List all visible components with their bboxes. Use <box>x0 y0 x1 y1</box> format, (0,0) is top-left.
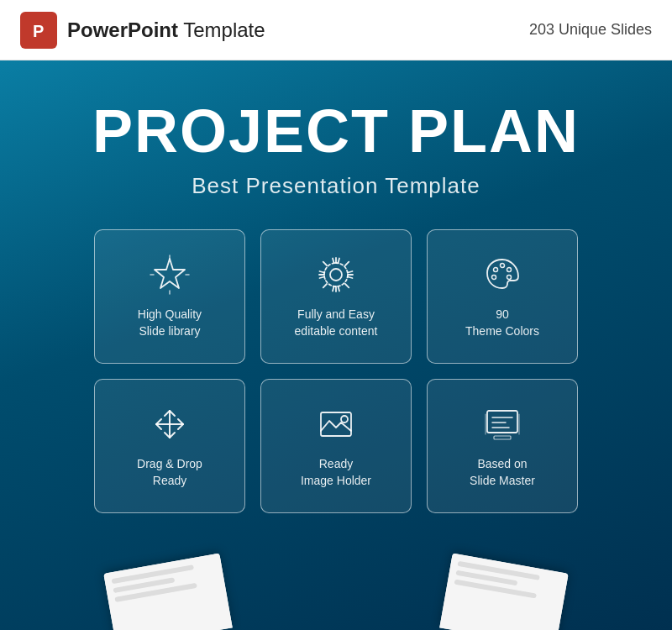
card-drag-drop-label: Drag & DropReady <box>137 456 202 489</box>
palette-icon <box>480 253 524 297</box>
card-editable-content: Fully and Easyeditable content <box>260 229 412 364</box>
features-grid: High QualitySlide library Fully and Easy… <box>0 229 672 513</box>
card-high-quality-slide: High QualitySlide library <box>94 229 245 364</box>
app-title: PowerPoint Template <box>67 18 265 42</box>
card-slide-master: Based onSlide Master <box>427 379 578 513</box>
svg-point-12 <box>492 276 496 280</box>
card-high-quality-label: High QualitySlide library <box>138 307 202 339</box>
hero-title: PROJECT PLAN <box>0 101 672 161</box>
slides-icon <box>480 402 524 446</box>
svg-point-10 <box>507 268 512 272</box>
svg-marker-2 <box>155 259 185 288</box>
svg-point-9 <box>501 264 505 268</box>
svg-point-8 <box>494 268 498 272</box>
card-image-holder: ReadyImage Holder <box>260 379 412 513</box>
gear-icon <box>314 253 358 297</box>
slide-thumb-left <box>103 554 233 630</box>
svg-point-7 <box>330 269 342 281</box>
slide-thumb-right <box>439 554 569 630</box>
hero-section: PROJECT PLAN Best Presentation Template <box>0 60 672 229</box>
card-drag-drop: Drag & DropReady <box>94 379 245 513</box>
svg-point-16 <box>341 416 348 423</box>
move-icon <box>148 402 192 446</box>
header-branding: P PowerPoint Template <box>20 12 265 49</box>
card-image-holder-label: ReadyImage Holder <box>301 456 371 489</box>
card-editable-label: Fully and Easyeditable content <box>295 307 378 339</box>
hero-subtitle: Best Presentation Template <box>0 173 672 199</box>
svg-rect-21 <box>494 436 511 439</box>
unique-slides-count: 203 Unique Slides <box>529 21 652 39</box>
main-content: PROJECT PLAN Best Presentation Template … <box>0 60 672 630</box>
svg-text:P: P <box>33 22 44 40</box>
card-theme-colors-label: 90Theme Colors <box>465 307 539 339</box>
card-slide-master-label: Based onSlide Master <box>470 456 535 489</box>
star-icon <box>148 253 192 297</box>
svg-point-11 <box>507 276 512 280</box>
image-icon <box>314 402 358 446</box>
card-theme-colors: 90Theme Colors <box>427 229 578 364</box>
svg-rect-17 <box>487 411 517 433</box>
powerpoint-logo: P <box>20 12 57 49</box>
app-header: P PowerPoint Template 203 Unique Slides <box>0 0 672 60</box>
